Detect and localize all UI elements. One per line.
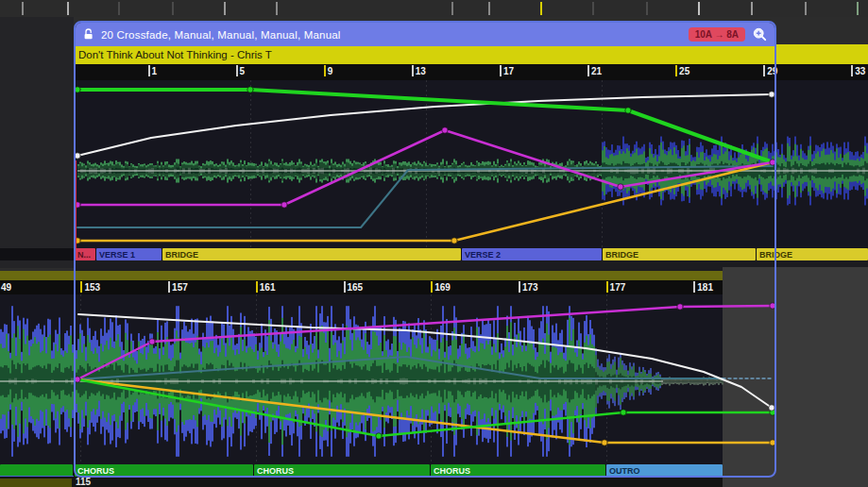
section-label[interactable]: VERSE 1: [96, 248, 162, 260]
next-bar-number: 115: [76, 477, 91, 487]
section-label[interactable]: OUTRO: [606, 464, 723, 477]
overview-timeline[interactable]: [0, 0, 868, 17]
minimap-tick: [646, 2, 648, 15]
minimap-tick: [540, 2, 542, 15]
ruler-label: 169: [434, 282, 451, 293]
ruler-label: 5: [240, 66, 246, 76]
minimap-tick: [805, 2, 807, 15]
section-label[interactable]: BRIDGE: [757, 248, 868, 260]
ruler-label: 173: [522, 282, 538, 293]
ruler-tick: [431, 281, 433, 293]
track-title: Don't Think About Not Thinking - Chris T: [78, 49, 272, 60]
minimap-tick: [857, 2, 859, 15]
top-bar-ruler[interactable]: 159131721252933: [74, 64, 868, 80]
ruler-tick: [324, 65, 326, 76]
ruler-tick: [519, 281, 520, 293]
ruler-tick: [587, 65, 589, 76]
minimap-tick: [751, 2, 753, 15]
bottom-track-title-bar[interactable]: [0, 271, 723, 280]
minimap-tick: [698, 2, 700, 15]
ruler-label: 1: [152, 66, 158, 76]
ruler-tick: [412, 65, 414, 76]
crossfade-header[interactable]: 20 Crossfade, Manual, Manual, Manual, Ma…: [76, 23, 774, 46]
ruler-label: 161: [260, 282, 276, 293]
crossfade-editor: Don't Think About Not Thinking - Chris T…: [0, 0, 868, 487]
section-label[interactable]: BRIDGE: [162, 248, 461, 260]
left-gutter: [0, 17, 74, 268]
ruler-tick: [675, 65, 677, 76]
section-label[interactable]: CHORUS: [75, 464, 253, 477]
ruler-label: 25: [679, 66, 689, 76]
next-track-title-sliver: [0, 479, 72, 487]
minimap-tick: [172, 2, 174, 15]
ruler-label: 13: [416, 66, 426, 76]
minimap-tick: [22, 2, 24, 15]
adjacent-selection-edge: [0, 476, 74, 477]
ruler-tick: [500, 65, 502, 76]
open-lock-icon[interactable]: [82, 28, 94, 41]
minimap-tick: [224, 2, 226, 15]
ruler-label: 181: [697, 282, 713, 293]
ruler-tick: [148, 65, 150, 76]
minimap-tick: [67, 2, 69, 15]
zoom-in-icon[interactable]: [752, 26, 768, 42]
ruler-tick: [256, 281, 258, 293]
ruler-label: 49: [1, 282, 11, 293]
top-track-canvas[interactable]: [74, 80, 868, 248]
minimap-tick: [118, 2, 120, 15]
section-label[interactable]: CHORUS: [254, 464, 430, 477]
crossfade-title: 20 Crossfade, Manual, Manual, Manual, Ma…: [101, 29, 341, 41]
ruler-label: 165: [348, 282, 364, 293]
ruler-label: 177: [610, 282, 626, 293]
track-title-bar[interactable]: Don't Think About Not Thinking - Chris T: [74, 44, 868, 64]
bottom-bar-ruler[interactable]: 49153157161165169173177181: [0, 280, 723, 294]
ruler-label: 153: [84, 282, 100, 293]
ruler-label: 33: [855, 66, 865, 76]
ruler-tick: [80, 281, 82, 293]
ruler-label: 29: [767, 66, 777, 76]
ruler-tick: [168, 281, 170, 293]
section-label[interactable]: BRIDGE: [603, 248, 756, 260]
ruler-tick: [606, 281, 608, 293]
ruler-label: 17: [503, 66, 514, 76]
ruler-tick: [693, 281, 695, 293]
section-label[interactable]: VERSE 2: [462, 248, 602, 260]
section-label[interactable]: N...: [75, 248, 95, 260]
ruler-tick: [851, 65, 853, 76]
top-section-row: N...VERSE 1BRIDGEVERSE 2BRIDGEBRIDGE: [0, 248, 868, 260]
ruler-tick: [763, 65, 765, 76]
bottom-track-canvas[interactable]: [0, 294, 778, 464]
key-transition-badge: 10A → 8A: [689, 27, 745, 42]
section-label[interactable]: CHORUS: [431, 464, 605, 477]
ruler-label: 21: [591, 66, 602, 76]
ruler-label: 9: [328, 66, 333, 76]
bottom-under-strip: [0, 477, 723, 487]
minimap-tick: [276, 2, 278, 15]
minimap-tick: [488, 2, 490, 15]
cue-marker[interactable]: [75, 160, 77, 248]
ruler-label: 157: [172, 282, 188, 293]
bottom-section-row: CHORUSCHORUSCHORUSOUTRO: [0, 464, 723, 477]
ruler-tick: [344, 281, 346, 293]
minimap-tick: [451, 2, 453, 15]
ruler-tick: [236, 65, 238, 76]
minimap-tick: [592, 2, 594, 15]
